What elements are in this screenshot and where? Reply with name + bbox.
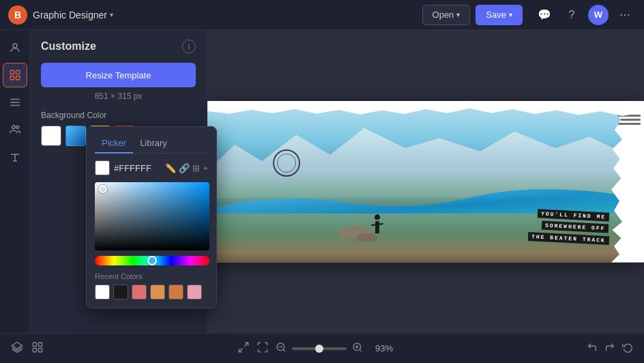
svg-point-9 [16, 126, 18, 128]
figure [373, 214, 381, 233]
color-picker-popup: Picker Library #FFFFFF ✏️ 🔗 ⊞ + Recent C… [86, 126, 217, 308]
rock-2 [356, 233, 377, 242]
undo-button[interactable] [587, 342, 598, 355]
sidebar-btn-layers[interactable] [3, 90, 27, 115]
svg-line-24 [360, 349, 362, 351]
photo-stamp-inner [277, 154, 296, 173]
save-button[interactable]: Save ▾ [475, 5, 523, 25]
eyedropper-icon[interactable]: ✏️ [165, 163, 176, 173]
zoom-controls: 93% [276, 342, 393, 355]
svg-rect-13 [39, 343, 42, 346]
open-chevron-icon: ▾ [456, 11, 460, 18]
svg-line-20 [283, 349, 285, 351]
icon-sidebar [0, 30, 30, 333]
customize-title: Customize [41, 40, 96, 53]
bottom-center: 93% [237, 341, 393, 356]
add-color-icon[interactable]: + [203, 163, 208, 173]
resize-icon[interactable] [257, 341, 269, 356]
recent-swatch-4[interactable] [169, 285, 184, 300]
picker-tabs: Picker Library [95, 135, 208, 154]
sidebar-btn-people[interactable] [3, 117, 27, 142]
tab-library[interactable]: Library [133, 135, 174, 154]
zoom-percent: 93% [368, 343, 393, 353]
recent-swatch-0[interactable] [95, 285, 110, 300]
recent-swatch-2[interactable] [132, 285, 147, 300]
save-chevron-icon: ▾ [509, 11, 512, 18]
sidebar-btn-text[interactable] [3, 145, 27, 169]
svg-line-17 [239, 348, 242, 351]
layers-bottom-icon[interactable] [11, 341, 23, 356]
grid-icon[interactable]: ⊞ [192, 163, 200, 173]
text-overlays: YOU'LL FIND ME SOMEWHERE OFF THE BEATEN … [528, 211, 609, 243]
recent-swatch-1[interactable] [113, 285, 128, 300]
expand-icon[interactable] [237, 341, 250, 356]
info-icon[interactable]: i [182, 40, 196, 53]
svg-rect-1 [10, 70, 14, 74]
recent-swatch-5[interactable] [187, 285, 202, 300]
picker-hex-row: #FFFFFF ✏️ 🔗 ⊞ + [95, 160, 208, 175]
topbar-icons: 💬 ? W ⋯ [533, 4, 636, 26]
swatch-white[interactable] [41, 126, 61, 146]
svg-rect-4 [16, 76, 19, 80]
text-stripe-1: YOU'LL FIND ME [537, 209, 609, 221]
recent-colors-label: Recent Colors [95, 272, 208, 280]
more-icon[interactable]: ⋯ [614, 4, 636, 26]
bottom-left [11, 341, 44, 356]
photo-stamp [273, 149, 300, 177]
history-button[interactable] [622, 342, 633, 355]
resize-template-button[interactable]: Resize Template [41, 63, 196, 87]
topbar: B Graphic Designer ▾ Open ▾ Save ▾ 💬 ? W… [0, 0, 644, 30]
app-name-label: Graphic Designer [33, 10, 107, 20]
customize-header: Customize i [41, 40, 196, 53]
redo-button[interactable] [604, 342, 615, 355]
svg-point-8 [12, 126, 15, 129]
bg-color-label: Background Color [41, 111, 196, 120]
recent-swatch-3[interactable] [150, 285, 165, 300]
svg-rect-3 [10, 76, 14, 80]
picker-hex-icons: ✏️ 🔗 ⊞ + [165, 163, 208, 173]
recent-swatches [95, 285, 208, 300]
picker-hex-value[interactable]: #FFFFFF [114, 163, 161, 173]
grid-bottom-icon[interactable] [31, 341, 44, 356]
main-area: Customize i Resize Template 851 × 315 px… [0, 30, 644, 333]
svg-point-0 [13, 44, 17, 48]
avatar[interactable]: W [588, 5, 609, 25]
template-size: 851 × 315 px [41, 91, 196, 101]
app-logo[interactable]: B [8, 5, 27, 25]
canvas-photo: YOU'LL FIND ME SOMEWHERE OFF THE BEATEN … [207, 101, 644, 263]
svg-rect-15 [39, 348, 42, 351]
gradient-cursor [99, 185, 107, 193]
sidebar-btn-customize[interactable] [3, 63, 27, 87]
color-gradient-canvas[interactable] [95, 182, 209, 250]
canvas-frame[interactable]: YOU'LL FIND ME SOMEWHERE OFF THE BEATEN … [207, 101, 644, 263]
link-icon[interactable]: 🔗 [179, 163, 190, 173]
svg-rect-2 [16, 70, 19, 74]
hue-thumb [147, 256, 157, 265]
tab-picker[interactable]: Picker [95, 135, 133, 154]
zoom-out-button[interactable] [276, 342, 287, 355]
svg-rect-14 [33, 348, 36, 351]
bottom-bar: 93% [0, 333, 644, 363]
zoom-slider[interactable] [292, 347, 347, 350]
bottom-right [587, 342, 633, 355]
canvas-area: YOU'LL FIND ME SOMEWHERE OFF THE BEATEN … [207, 30, 644, 333]
zoom-slider-thumb [315, 345, 323, 353]
zoom-in-button[interactable] [352, 342, 363, 355]
app-name-dropdown[interactable]: Graphic Designer ▾ [33, 10, 113, 20]
open-button[interactable]: Open ▾ [422, 5, 471, 25]
sidebar-btn-user[interactable] [3, 35, 27, 60]
text-stripe-2: SOMEWHERE OFF [542, 220, 609, 233]
hue-slider[interactable] [95, 256, 209, 265]
app-chevron-icon: ▾ [110, 11, 113, 18]
help-icon[interactable]: ? [561, 4, 583, 26]
comments-icon[interactable]: 💬 [533, 4, 555, 26]
swatch-blue[interactable] [65, 126, 86, 146]
picker-hex-swatch [95, 160, 110, 175]
svg-rect-12 [33, 343, 36, 346]
svg-line-16 [245, 343, 248, 346]
